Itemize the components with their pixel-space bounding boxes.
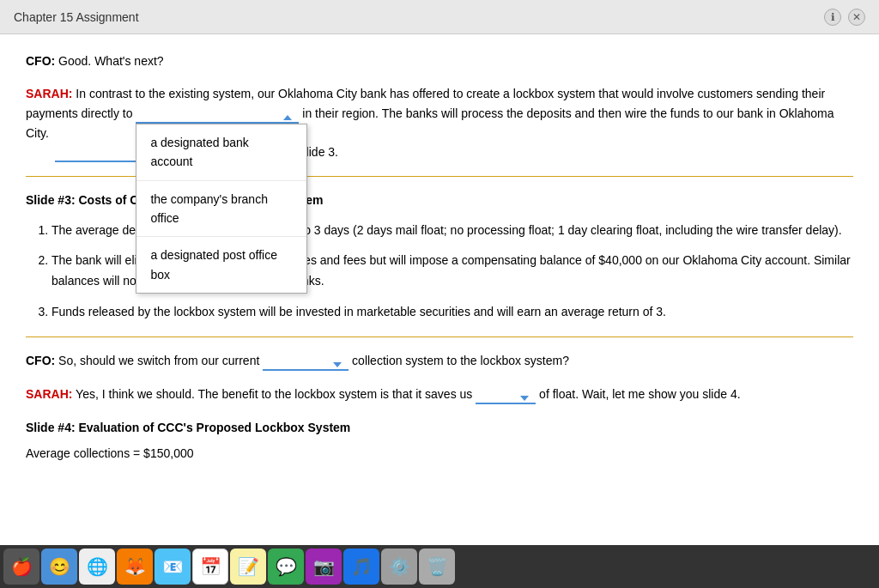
- taskbar-icon-chrome[interactable]: 🌐: [79, 549, 115, 585]
- avg-collections: Average collections = $150,000: [26, 444, 853, 463]
- cfo2-text: So, should we switch from our current: [55, 354, 259, 367]
- close-icon: ✕: [852, 11, 861, 23]
- taskbar-icon-settings[interactable]: ⚙️: [381, 549, 417, 585]
- sarah2-text-after: of float. Wait, let me show you slide 4.: [536, 387, 740, 401]
- title-bar: Chapter 15 Assignment ℹ ✕: [0, 0, 879, 34]
- taskbar-icon-notes[interactable]: 📝: [230, 549, 266, 585]
- main-window: Chapter 15 Assignment ℹ ✕ CFO: Good. Wha…: [0, 0, 879, 588]
- sarah-paragraph-2: SARAH: Yes, I think we should. The benef…: [26, 385, 853, 404]
- sarah2-text: Yes, I think we should. The benefit to t…: [72, 387, 472, 401]
- main-dropdown-menu: a designated bank account the company's …: [136, 124, 307, 294]
- cfo-label-2: CFO:: [26, 354, 55, 367]
- window-title: Chapter 15 Assignment: [14, 10, 139, 24]
- taskbar-icon-music[interactable]: 🎵: [343, 549, 379, 585]
- content-area: CFO: Good. What's next? SARAH: In contra…: [0, 34, 879, 588]
- taskbar-icon-calendar[interactable]: 📅: [192, 549, 228, 585]
- main-dropdown-wrapper: a designated bank account the company's …: [136, 104, 299, 124]
- taskbar-icon-apple[interactable]: 🍎: [3, 549, 39, 585]
- dropdown-option-1[interactable]: a designated bank account: [136, 124, 306, 181]
- collection-dropdown-trigger[interactable]: [263, 361, 349, 371]
- list-item: Funds released by the lockbox system wil…: [52, 302, 853, 323]
- cfo-paragraph-1: CFO: Good. What's next?: [26, 52, 853, 70]
- info-button[interactable]: ℹ: [824, 9, 841, 26]
- taskbar-icon-photos[interactable]: 📷: [306, 549, 342, 585]
- dropdown-down-arrow-icon-3: [333, 362, 342, 367]
- dropdown-up-arrow-icon: [283, 115, 292, 120]
- close-button[interactable]: ✕: [848, 9, 865, 26]
- taskbar-icon-messages[interactable]: 💬: [268, 549, 304, 585]
- cfo-paragraph-2: CFO: So, should we switch from our curre…: [26, 351, 853, 371]
- info-icon: ℹ: [831, 11, 835, 23]
- collection-dropdown-wrapper: [263, 351, 349, 371]
- slide4-title: Slide #4: Evaluation of CCC's Proposed L…: [26, 418, 853, 437]
- float-dropdown-trigger[interactable]: [476, 394, 536, 404]
- taskbar: 🍎 😊 🌐 🦊 📧 📅 📝 💬 📷 🎵 ⚙️ 🗑️: [0, 545, 879, 588]
- list-item-3: Funds released by the lockbox system wil…: [52, 305, 666, 318]
- divider-2: [26, 336, 853, 337]
- main-dropdown-trigger[interactable]: [136, 113, 299, 124]
- cfo-label-1: CFO:: [26, 54, 55, 68]
- sarah-label-2: SARAH:: [26, 387, 72, 401]
- cfo2-text-after: collection system to the lockbox system?: [349, 354, 569, 367]
- taskbar-icon-mail[interactable]: 📧: [155, 549, 191, 585]
- float-dropdown-wrapper: [476, 385, 536, 404]
- taskbar-icon-firefox[interactable]: 🦊: [117, 549, 153, 585]
- dropdown-option-3[interactable]: a designated post office box: [136, 237, 306, 293]
- dropdown-down-arrow-icon-4: [520, 396, 529, 401]
- taskbar-icon-trash[interactable]: 🗑️: [419, 549, 455, 585]
- sarah-paragraph-1: SARAH: In contrast to the existing syste…: [26, 84, 853, 162]
- slide4-section: Slide #4: Evaluation of CCC's Proposed L…: [26, 418, 853, 464]
- title-bar-controls: ℹ ✕: [824, 9, 865, 26]
- dropdown-option-2[interactable]: the company's branch office: [136, 181, 306, 238]
- cfo-text-1: Good. What's next?: [55, 54, 163, 68]
- taskbar-icon-finder[interactable]: 😊: [41, 549, 77, 585]
- sarah-label-1: SARAH:: [26, 87, 72, 100]
